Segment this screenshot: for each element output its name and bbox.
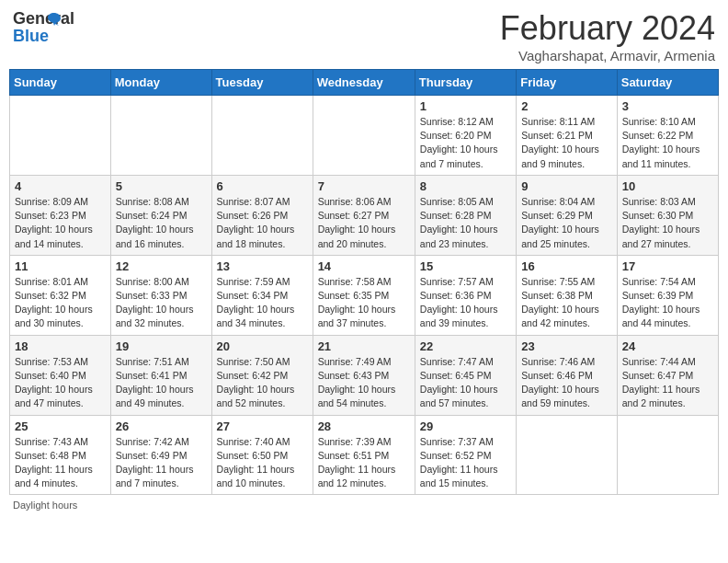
day-number: 27	[217, 419, 308, 433]
calendar-cell: 25Sunrise: 7:43 AMSunset: 6:48 PMDayligh…	[10, 415, 111, 495]
day-info: Sunrise: 8:00 AMSunset: 6:33 PMDaylight:…	[116, 275, 207, 331]
day-number: 11	[15, 259, 106, 273]
calendar-cell: 26Sunrise: 7:42 AMSunset: 6:49 PMDayligh…	[110, 415, 211, 495]
calendar-day-header: Tuesday	[211, 70, 313, 96]
calendar-cell	[211, 96, 313, 176]
calendar-table: SundayMondayTuesdayWednesdayThursdayFrid…	[9, 69, 719, 495]
logo-bird-icon	[46, 11, 63, 28]
day-info: Sunrise: 7:51 AMSunset: 6:41 PMDaylight:…	[116, 355, 207, 411]
day-number: 7	[318, 179, 410, 193]
day-info: Sunrise: 8:03 AMSunset: 6:30 PMDaylight:…	[622, 195, 713, 251]
day-number: 12	[116, 259, 207, 273]
calendar-cell: 20Sunrise: 7:50 AMSunset: 6:42 PMDayligh…	[211, 335, 313, 415]
calendar-cell: 10Sunrise: 8:03 AMSunset: 6:30 PMDayligh…	[617, 175, 718, 255]
day-number: 10	[622, 179, 713, 193]
day-number: 25	[15, 419, 106, 433]
calendar-cell: 18Sunrise: 7:53 AMSunset: 6:40 PMDayligh…	[10, 335, 111, 415]
calendar-cell: 2Sunrise: 8:11 AMSunset: 6:21 PMDaylight…	[517, 96, 618, 176]
day-info: Sunrise: 7:37 AMSunset: 6:52 PMDaylight:…	[420, 435, 511, 491]
day-info: Sunrise: 8:06 AMSunset: 6:27 PMDaylight:…	[318, 195, 410, 251]
day-number: 8	[420, 179, 511, 193]
calendar-cell	[617, 415, 718, 495]
day-info: Sunrise: 7:50 AMSunset: 6:42 PMDaylight:…	[217, 355, 308, 411]
calendar-cell	[313, 96, 415, 176]
calendar-week-row: 25Sunrise: 7:43 AMSunset: 6:48 PMDayligh…	[10, 415, 719, 495]
day-info: Sunrise: 7:58 AMSunset: 6:35 PMDaylight:…	[318, 275, 410, 331]
day-number: 23	[521, 339, 612, 353]
calendar-cell: 21Sunrise: 7:49 AMSunset: 6:43 PMDayligh…	[313, 335, 415, 415]
calendar-cell: 9Sunrise: 8:04 AMSunset: 6:29 PMDaylight…	[517, 175, 618, 255]
calendar-cell: 1Sunrise: 8:12 AMSunset: 6:20 PMDaylight…	[415, 96, 516, 176]
calendar-day-header: Monday	[110, 70, 211, 96]
day-info: Sunrise: 8:09 AMSunset: 6:23 PMDaylight:…	[15, 195, 106, 251]
day-number: 20	[217, 339, 308, 353]
day-info: Sunrise: 8:07 AMSunset: 6:26 PMDaylight:…	[217, 195, 308, 251]
calendar-cell: 13Sunrise: 7:59 AMSunset: 6:34 PMDayligh…	[211, 255, 313, 335]
location-subtitle: Vagharshapat, Armavir, Armenia	[500, 48, 715, 63]
calendar-cell: 4Sunrise: 8:09 AMSunset: 6:23 PMDaylight…	[10, 175, 111, 255]
day-info: Sunrise: 7:59 AMSunset: 6:34 PMDaylight:…	[217, 275, 308, 331]
day-info: Sunrise: 8:11 AMSunset: 6:21 PMDaylight:…	[521, 115, 612, 171]
day-info: Sunrise: 8:01 AMSunset: 6:32 PMDaylight:…	[15, 275, 106, 331]
day-number: 3	[622, 99, 713, 113]
day-number: 15	[420, 259, 511, 273]
day-number: 17	[622, 259, 713, 273]
logo-blue: Blue	[13, 27, 49, 46]
day-number: 5	[116, 179, 207, 193]
logo: General Blue	[13, 9, 61, 46]
calendar-cell: 19Sunrise: 7:51 AMSunset: 6:41 PMDayligh…	[110, 335, 211, 415]
day-info: Sunrise: 7:55 AMSunset: 6:38 PMDaylight:…	[521, 275, 612, 331]
calendar-cell	[110, 96, 211, 176]
calendar-cell: 23Sunrise: 7:46 AMSunset: 6:46 PMDayligh…	[517, 335, 618, 415]
day-info: Sunrise: 7:49 AMSunset: 6:43 PMDaylight:…	[318, 355, 410, 411]
day-info: Sunrise: 8:10 AMSunset: 6:22 PMDaylight:…	[622, 115, 713, 171]
calendar-cell: 27Sunrise: 7:40 AMSunset: 6:50 PMDayligh…	[211, 415, 313, 495]
day-number: 19	[116, 339, 207, 353]
calendar-week-row: 1Sunrise: 8:12 AMSunset: 6:20 PMDaylight…	[10, 96, 719, 176]
day-info: Sunrise: 8:05 AMSunset: 6:28 PMDaylight:…	[420, 195, 511, 251]
day-info: Sunrise: 8:08 AMSunset: 6:24 PMDaylight:…	[116, 195, 207, 251]
calendar-cell: 14Sunrise: 7:58 AMSunset: 6:35 PMDayligh…	[313, 255, 415, 335]
calendar-cell	[517, 415, 618, 495]
day-number: 26	[116, 419, 207, 433]
calendar-cell: 11Sunrise: 8:01 AMSunset: 6:32 PMDayligh…	[10, 255, 111, 335]
calendar-cell: 17Sunrise: 7:54 AMSunset: 6:39 PMDayligh…	[617, 255, 718, 335]
day-info: Sunrise: 7:53 AMSunset: 6:40 PMDaylight:…	[15, 355, 106, 411]
day-number: 6	[217, 179, 308, 193]
day-info: Sunrise: 8:12 AMSunset: 6:20 PMDaylight:…	[420, 115, 511, 171]
calendar-week-row: 11Sunrise: 8:01 AMSunset: 6:32 PMDayligh…	[10, 255, 719, 335]
calendar-header-row: SundayMondayTuesdayWednesdayThursdayFrid…	[10, 70, 719, 96]
calendar-day-header: Saturday	[617, 70, 718, 96]
calendar-cell: 3Sunrise: 8:10 AMSunset: 6:22 PMDaylight…	[617, 96, 718, 176]
calendar-cell: 12Sunrise: 8:00 AMSunset: 6:33 PMDayligh…	[110, 255, 211, 335]
day-info: Sunrise: 7:57 AMSunset: 6:36 PMDaylight:…	[420, 275, 511, 331]
month-title: February 2024	[500, 9, 715, 48]
calendar-cell	[10, 96, 111, 176]
day-number: 16	[521, 259, 612, 273]
day-info: Sunrise: 7:43 AMSunset: 6:48 PMDaylight:…	[15, 435, 106, 491]
day-number: 22	[420, 339, 511, 353]
calendar-cell: 5Sunrise: 8:08 AMSunset: 6:24 PMDaylight…	[110, 175, 211, 255]
calendar-cell: 16Sunrise: 7:55 AMSunset: 6:38 PMDayligh…	[517, 255, 618, 335]
day-info: Sunrise: 8:04 AMSunset: 6:29 PMDaylight:…	[521, 195, 612, 251]
day-number: 13	[217, 259, 308, 273]
title-block: February 2024 Vagharshapat, Armavir, Arm…	[500, 9, 715, 63]
calendar-cell: 28Sunrise: 7:39 AMSunset: 6:51 PMDayligh…	[313, 415, 415, 495]
calendar-cell: 8Sunrise: 8:05 AMSunset: 6:28 PMDaylight…	[415, 175, 516, 255]
calendar-day-header: Thursday	[415, 70, 516, 96]
page-header: General Blue February 2024 Vagharshapat,…	[9, 9, 719, 63]
day-info: Sunrise: 7:47 AMSunset: 6:45 PMDaylight:…	[420, 355, 511, 411]
day-number: 21	[318, 339, 410, 353]
calendar-cell: 7Sunrise: 8:06 AMSunset: 6:27 PMDaylight…	[313, 175, 415, 255]
day-info: Sunrise: 7:46 AMSunset: 6:46 PMDaylight:…	[521, 355, 612, 411]
calendar-day-header: Friday	[517, 70, 618, 96]
calendar-cell: 22Sunrise: 7:47 AMSunset: 6:45 PMDayligh…	[415, 335, 516, 415]
calendar-week-row: 4Sunrise: 8:09 AMSunset: 6:23 PMDaylight…	[10, 175, 719, 255]
calendar-cell: 29Sunrise: 7:37 AMSunset: 6:52 PMDayligh…	[415, 415, 516, 495]
day-info: Sunrise: 7:39 AMSunset: 6:51 PMDaylight:…	[318, 435, 410, 491]
day-number: 2	[521, 99, 612, 113]
day-number: 29	[420, 419, 511, 433]
day-info: Sunrise: 7:54 AMSunset: 6:39 PMDaylight:…	[622, 275, 713, 331]
calendar-day-header: Wednesday	[313, 70, 415, 96]
day-number: 24	[622, 339, 713, 353]
